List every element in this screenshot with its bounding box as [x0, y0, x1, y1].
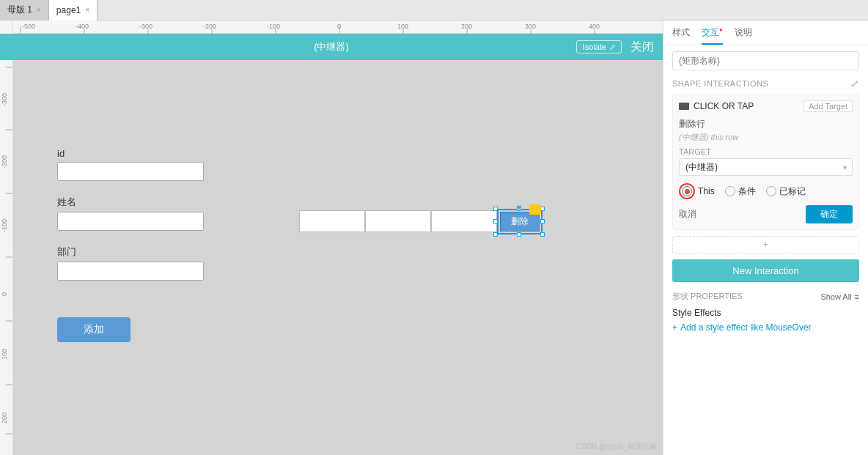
svg-text:-100: -100 [1, 219, 8, 232]
action-row: 删除行 [679, 116, 853, 132]
tab-page1-close[interactable]: × [85, 6, 89, 14]
shape-name-row [672, 51, 859, 70]
svg-text:-200: -200 [1, 155, 8, 169]
tab-muban1[interactable]: 母版 1 × [0, 0, 49, 21]
right-panel: 样式 交互● 说明 SHAPE INTERACTIONS ⤢ [663, 21, 868, 455]
target-select-wrap: (中继器) ▾ [679, 158, 853, 176]
canvas-content: -300 -200 -100 0 100 200 300 [0, 60, 663, 455]
expand-icon[interactable]: ⤢ [850, 78, 859, 89]
shape-interactions-header: SHAPE INTERACTIONS ⤢ [672, 78, 859, 89]
radio-marked[interactable]: 已标记 [766, 185, 806, 198]
shape-name-input[interactable] [672, 51, 859, 70]
tab-muban1-close[interactable]: × [37, 6, 41, 14]
show-all-label: Show All [820, 292, 851, 301]
action-desc: (中继器) this row [679, 132, 853, 143]
delete-btn-wrapper: ▼ ⚡ 删除 [499, 212, 540, 232]
svg-text:400: 400 [589, 23, 600, 30]
svg-text:-200: -200 [203, 23, 216, 30]
confirm-button-panel[interactable]: 确定 [806, 205, 853, 223]
tab-interact[interactable]: 交互● [702, 26, 723, 45]
tab-page1[interactable]: page1 × [49, 0, 98, 21]
show-all-button[interactable]: Show All ≡ [820, 292, 859, 301]
id-input[interactable] [57, 162, 204, 181]
table-cell-1 [299, 210, 365, 232]
svg-text:100: 100 [397, 23, 408, 30]
form-field-id: id [57, 148, 204, 181]
list-icon: ≡ [855, 292, 859, 301]
canvas-topbar-right: Isolate ⤢ 关闭 [576, 40, 657, 55]
target-select[interactable]: (中继器) [679, 158, 853, 176]
target-section: TARGET (中继器) ▾ [679, 147, 853, 176]
tab-bar: 母版 1 × page1 × [0, 0, 868, 21]
plus-effect-icon: + [672, 322, 677, 333]
handle-b [517, 232, 521, 237]
isolate-button[interactable]: Isolate ⤢ [576, 40, 622, 53]
svg-text:-500: -500 [22, 23, 35, 30]
handle-bl [493, 232, 498, 237]
svg-text:-400: -400 [76, 23, 89, 30]
interact-dot: ● [719, 26, 723, 33]
table-cell-3 [431, 210, 497, 232]
canvas-topbar: (中继器) Isolate ⤢ 关闭 [0, 34, 663, 60]
cancel-button-panel[interactable]: 取消 [679, 208, 696, 221]
add-target-button[interactable]: Add Target [803, 100, 853, 112]
anchor-icon: ▼ [515, 203, 523, 212]
panel-body: SHAPE INTERACTIONS ⤢ CLICK OR TAP Add Ta… [663, 45, 868, 455]
svg-text:200: 200 [1, 413, 8, 423]
dept-input[interactable] [57, 262, 204, 281]
svg-text:-300: -300 [139, 23, 152, 30]
radio-marked-label: 已标记 [779, 185, 806, 198]
radio-this-label: This [698, 186, 715, 196]
close-button[interactable]: 关闭 [628, 40, 657, 55]
handle-br [540, 232, 545, 237]
svg-text:100: 100 [1, 349, 8, 360]
add-button[interactable]: 添加 [57, 317, 130, 342]
tab-interact-label: 交互 [702, 27, 719, 37]
form-field-dept: 部门 [57, 245, 204, 281]
lightning-icon: ⚡ [529, 204, 541, 215]
svg-text:300: 300 [525, 23, 536, 30]
radio-condition[interactable]: 条件 [725, 185, 756, 198]
canvas-main[interactable]: id 姓名 部门 添加 [13, 60, 663, 455]
radio-condition-label: 条件 [738, 185, 756, 198]
delete-button[interactable]: 删除 [500, 212, 540, 232]
shape-interactions-label: SHAPE INTERACTIONS [672, 79, 768, 88]
plus-icon: + [763, 240, 768, 250]
marked-radio-circle [766, 186, 776, 196]
h-ruler-body: -500 -400 -300 -200 -100 0 100 200 [13, 21, 663, 34]
name-input[interactable] [57, 212, 204, 231]
radio-group: This 条件 已标记 [679, 183, 853, 199]
add-effect-link[interactable]: + Add a style effect like MouseOver [672, 322, 859, 333]
id-label: id [57, 148, 204, 159]
tab-style-label: 样式 [672, 27, 690, 37]
tab-muban1-label: 母版 1 [7, 4, 32, 16]
main-area: -500 -400 -300 -200 -100 0 100 200 [0, 21, 868, 455]
tab-style[interactable]: 样式 [672, 26, 690, 45]
add-effect-label: Add a style effect like MouseOver [680, 322, 812, 333]
panel-tabs: 样式 交互● 说明 [663, 21, 868, 45]
name-label: 姓名 [57, 196, 204, 209]
tab-desc-label: 说明 [735, 27, 752, 37]
isolate-icon: ⤢ [609, 43, 615, 51]
this-radio-highlight [679, 183, 695, 199]
shape-properties-label: 形状 PROPERTIES [672, 291, 743, 302]
shape-properties-header: 形状 PROPERTIES Show All ≡ [672, 291, 859, 302]
interaction-block: CLICK OR TAP Add Target 删除行 (中继器) this r… [672, 94, 859, 230]
svg-text:0: 0 [337, 23, 341, 30]
v-ruler: -300 -200 -100 0 100 200 300 [0, 60, 13, 455]
radio-this[interactable]: This [679, 183, 715, 199]
tab-page1-label: page1 [56, 5, 81, 15]
dept-label: 部门 [57, 245, 204, 259]
canvas-table-row: ▼ ⚡ 删除 [299, 210, 540, 232]
canvas-title: (中继器) [314, 40, 349, 53]
plus-row[interactable]: + [672, 236, 859, 254]
tab-desc[interactable]: 说明 [735, 26, 752, 45]
form-field-name: 姓名 [57, 196, 204, 231]
canvas-wrapper: -500 -400 -300 -200 -100 0 100 200 [0, 21, 663, 455]
svg-text:-100: -100 [267, 23, 280, 30]
new-interaction-button[interactable]: New Interaction [672, 259, 859, 282]
isolate-label: Isolate [583, 42, 606, 51]
interaction-trigger-row: CLICK OR TAP Add Target [679, 100, 853, 112]
condition-radio-circle [725, 186, 735, 196]
table-cell-2 [365, 210, 431, 232]
